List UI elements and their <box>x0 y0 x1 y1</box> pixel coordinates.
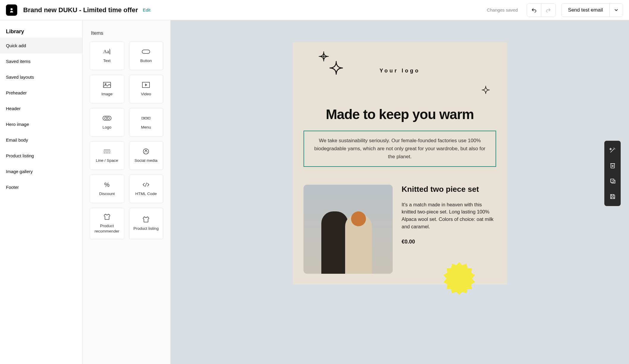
product-image[interactable] <box>304 185 393 274</box>
html-icon <box>142 181 150 188</box>
product-title[interactable]: Knitted two piece set <box>402 185 496 194</box>
line-icon <box>103 148 111 155</box>
menu-icon <box>141 115 150 122</box>
sidebar-item-quick-add[interactable]: Quick add <box>0 38 82 53</box>
svg-rect-1 <box>142 50 150 53</box>
undo-redo-group <box>527 3 556 17</box>
chevron-down-icon <box>614 8 618 12</box>
button-icon <box>142 48 150 55</box>
duplicate-icon <box>609 178 616 184</box>
sidebar-item-image-gallery[interactable]: Image gallery <box>0 164 82 179</box>
header-right: Changes saved Send test email <box>487 3 623 17</box>
undo-icon <box>531 7 537 13</box>
library-sidebar: Library Quick addSaved itemsSaved layout… <box>0 20 83 364</box>
social-icon <box>143 148 149 155</box>
svg-rect-8 <box>141 117 144 119</box>
item-label: Product listing <box>133 226 159 231</box>
product-price[interactable]: €0.00 <box>402 239 496 245</box>
item-label: HTML Code <box>135 191 157 197</box>
svg-point-14 <box>143 149 149 154</box>
product-info: Knitted two piece set It's a match made … <box>402 185 496 274</box>
new-badge <box>441 261 477 296</box>
item-label: Logo <box>103 125 111 130</box>
sidebar-item-header[interactable]: Header <box>0 101 82 116</box>
svg-point-7 <box>107 117 109 119</box>
svg-point-0 <box>11 8 13 10</box>
duplicate-button[interactable] <box>604 173 621 189</box>
text-icon: Aa| <box>103 48 111 55</box>
email-logo-text[interactable]: Your logo <box>380 68 420 74</box>
main-layout: Library Quick addSaved itemsSaved layout… <box>0 20 629 364</box>
sidebar-item-saved-items[interactable]: Saved items <box>0 53 82 69</box>
email-subtext-selected[interactable]: We take sustainability seriously. Our fe… <box>304 131 496 167</box>
sidebar-item-product-listing[interactable]: Product listing <box>0 148 82 164</box>
item-label: Social media <box>135 158 158 163</box>
item-card-image[interactable]: Image <box>90 75 124 103</box>
email-canvas[interactable]: Your logo Made to keep you warm We take … <box>171 20 629 364</box>
item-card-button[interactable]: Button <box>129 42 163 70</box>
magic-wand-icon <box>609 147 616 153</box>
item-card-logo[interactable]: Logo <box>90 108 124 137</box>
item-label: Line / Space <box>96 158 118 163</box>
sidebar-item-preheader[interactable]: Preheader <box>0 85 82 101</box>
sparkle-icon <box>329 61 344 75</box>
svg-rect-4 <box>142 82 150 88</box>
undo-button[interactable] <box>527 4 541 17</box>
item-card-video[interactable]: Video <box>129 75 163 103</box>
header-left: Brand new DUKU - Limited time offer Edit <box>6 4 487 16</box>
item-label: Button <box>140 58 152 64</box>
video-icon <box>142 81 150 88</box>
svg-point-3 <box>105 83 106 85</box>
send-button-group: Send test email <box>561 3 623 17</box>
sidebar-item-hero-image[interactable]: Hero image <box>0 116 82 132</box>
item-card-tshirt[interactable]: Product listing <box>129 208 163 239</box>
app-logo[interactable] <box>6 4 17 16</box>
delete-icon <box>609 162 616 169</box>
email-preview: Your logo Made to keep you warm We take … <box>293 42 507 284</box>
item-label: Text <box>103 58 111 64</box>
app-header: Brand new DUKU - Limited time offer Edit… <box>0 0 629 20</box>
svg-rect-10 <box>148 117 150 119</box>
sidebar-item-footer[interactable]: Footer <box>0 179 82 195</box>
sparkle-icon <box>481 86 490 94</box>
product-row: Knitted two piece set It's a match made … <box>304 185 496 274</box>
email-headline[interactable]: Made to keep you warm <box>304 106 496 122</box>
sidebar-title: Library <box>0 20 82 38</box>
discount-icon: % <box>104 181 110 188</box>
item-card-tshirt[interactable]: Product recommender <box>90 208 124 239</box>
title-group: Brand new DUKU - Limited time offer Edit <box>23 6 150 14</box>
item-card-line[interactable]: Line / Space <box>90 141 124 170</box>
floating-toolbar <box>604 141 621 206</box>
redo-button[interactable] <box>541 4 556 17</box>
item-label: Discount <box>99 191 115 197</box>
send-dropdown-button[interactable] <box>610 4 623 17</box>
sidebar-item-saved-layouts[interactable]: Saved layouts <box>0 69 82 85</box>
item-label: Product recommender <box>90 223 124 234</box>
sidebar-item-email-body[interactable]: Email body <box>0 132 82 148</box>
items-title: Items <box>83 20 170 42</box>
product-description[interactable]: It's a match made in heaven with this kn… <box>402 201 496 230</box>
sparkle-icon <box>318 51 329 62</box>
svg-point-6 <box>105 117 107 119</box>
save-status: Changes saved <box>487 7 518 12</box>
edit-link[interactable]: Edit <box>143 7 150 12</box>
logo-area: Your logo <box>304 53 496 88</box>
image-icon <box>103 81 111 88</box>
page-title: Brand new DUKU - Limited time offer <box>23 6 138 14</box>
tshirt-icon <box>103 213 111 220</box>
redo-icon <box>545 7 551 13</box>
logo-icon <box>103 115 111 122</box>
item-label: Video <box>141 91 151 97</box>
svg-rect-9 <box>145 117 147 119</box>
item-card-menu[interactable]: Menu <box>129 108 163 137</box>
magic-button[interactable] <box>604 143 621 158</box>
item-card-discount[interactable]: %Discount <box>90 175 124 203</box>
item-card-text[interactable]: Aa|Text <box>90 42 124 70</box>
save-button[interactable] <box>604 189 621 204</box>
item-card-social[interactable]: Social media <box>129 141 163 170</box>
item-card-html[interactable]: HTML Code <box>129 175 163 203</box>
delete-button[interactable] <box>604 158 621 173</box>
items-panel: Items Aa|TextButtonImageVideoLogoMenuLin… <box>83 20 171 364</box>
send-test-email-button[interactable]: Send test email <box>562 4 610 17</box>
save-icon <box>609 193 616 200</box>
